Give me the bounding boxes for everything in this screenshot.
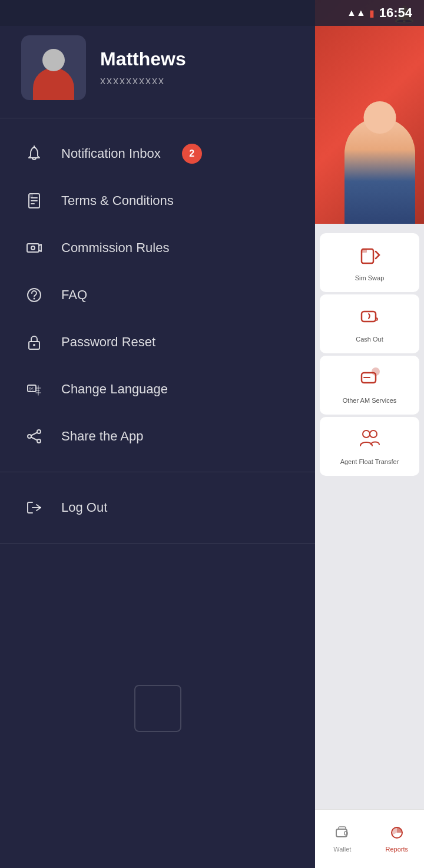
document-icon [24,190,45,211]
svg-point-5 [363,430,370,438]
menu-item-terms-conditions[interactable]: Terms & Conditions [0,177,315,224]
drawer-bottom-decoration [134,685,181,732]
profile-id: xxxxxxxxxx [100,75,186,87]
menu-item-password-reset[interactable]: Password Reset [0,319,315,366]
terms-conditions-label: Terms & Conditions [61,193,174,208]
language-icon: $€ [24,379,45,400]
svg-point-24 [37,430,41,433]
wallet-nav-icon [335,826,349,843]
battery-icon: ▮ [369,8,375,19]
reports-nav-item[interactable]: Reports [370,810,425,868]
share-app-label: Share the App [61,429,143,444]
notification-badge: 2 [182,144,202,164]
svg-point-21 [33,344,35,346]
svg-point-19 [34,298,35,300]
svg-rect-16 [27,244,39,252]
svg-point-4 [372,368,379,375]
agent-float-label: Agent Float Transfer [340,458,399,465]
lock-icon [24,332,45,353]
menu-item-change-language[interactable]: $€ Change Language [0,366,315,413]
svg-rect-8 [344,831,347,835]
svg-point-25 [37,439,41,443]
avatar [21,35,86,100]
svg-rect-7 [336,829,347,837]
person-image [336,106,424,224]
notification-inbox-label: Notification Inbox [61,146,161,161]
drawer-bottom-area [0,544,315,779]
logout-section: Log Out [0,472,315,544]
svg-point-26 [28,435,31,438]
reports-nav-label: Reports [385,846,408,853]
menu-item-share-app[interactable]: Share the App [0,413,315,460]
wallet-nav-item[interactable]: Wallet [315,810,370,868]
svg-rect-2 [362,312,376,322]
drawer-menu: Matthews xxxxxxxxxx Notification Inbox 2 [0,0,315,868]
cash-out-label: Cash Out [356,336,383,343]
reports-nav-icon [390,826,404,843]
profile-info: Matthews xxxxxxxxxx [100,48,186,87]
profile-name: Matthews [100,48,186,70]
menu-item-commission-rules[interactable]: Commission Rules [0,224,315,271]
other-am-icon [359,367,380,392]
menu-list: Notification Inbox 2 Terms & Conditions [0,118,315,472]
question-icon [24,284,45,306]
svg-rect-15 [29,194,33,198]
logout-icon [24,497,45,518]
cash-out-card: Cash Out [320,294,419,353]
share-icon [24,426,45,447]
status-bar: ▲▲ ▮ 16:54 [0,0,424,26]
svg-point-6 [370,430,377,438]
svg-line-28 [31,438,37,440]
svg-line-27 [31,433,37,436]
password-reset-label: Password Reset [61,334,155,350]
status-time: 16:54 [379,5,412,21]
right-panel-background: 🔔 Sim Swap [315,0,424,868]
status-icons: ▲▲ ▮ [347,8,375,19]
bell-icon [24,143,45,164]
sim-swap-card: Sim Swap [320,233,419,292]
cash-out-icon [359,306,380,331]
bottom-nav: Wallet Reports [315,809,424,868]
other-am-services-card: Other AM Services [320,356,419,415]
menu-item-notification-inbox[interactable]: Notification Inbox 2 [0,130,315,177]
menu-item-logout[interactable]: Log Out [0,484,315,531]
faq-label: FAQ [61,287,87,303]
sim-swap-label: Sim Swap [355,274,385,281]
other-am-label: Other AM Services [343,397,397,404]
wallet-nav-label: Wallet [333,846,351,853]
right-panel-header: 🔔 [315,0,424,224]
menu-item-faq[interactable]: FAQ [0,271,315,319]
sim-swap-icon [359,244,380,270]
agent-float-card: Agent Float Transfer [320,417,419,476]
agent-float-icon [358,428,382,453]
avatar-head [42,49,65,71]
signal-icon: ▲▲ [347,8,366,18]
avatar-body [33,68,74,100]
commission-rules-label: Commission Rules [61,240,169,256]
change-language-label: Change Language [61,382,168,397]
svg-text:$€: $€ [29,387,34,391]
svg-point-17 [31,246,35,250]
services-grid: Sim Swap Cash Out Other AM Services [315,228,424,481]
svg-rect-1 [362,249,367,253]
money-icon [24,237,45,259]
logout-label: Log Out [61,500,107,515]
